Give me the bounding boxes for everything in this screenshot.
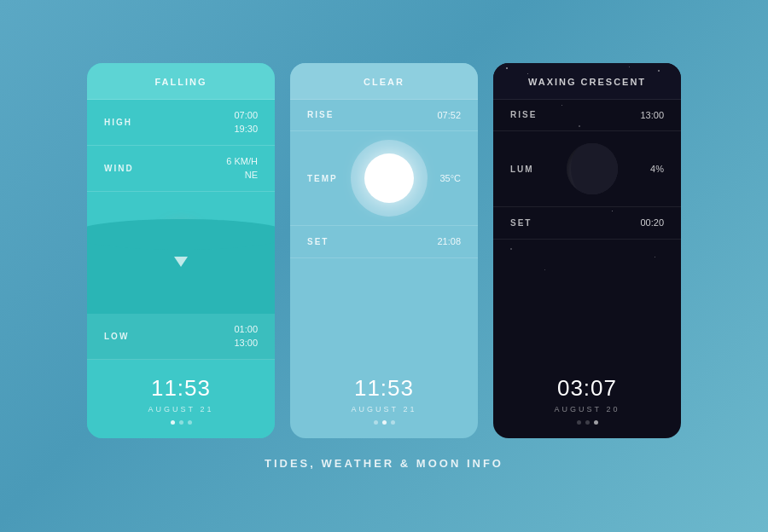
weather-temp-row: TEMP 35°C xyxy=(290,131,478,226)
tides-low-label: LOW xyxy=(104,332,129,341)
star xyxy=(510,248,512,250)
moon-lum-row: LUM 4% xyxy=(493,131,681,207)
weather-dot-1 xyxy=(374,420,378,425)
tides-dot-3 xyxy=(188,420,192,425)
tides-dots xyxy=(96,420,266,425)
weather-dot-2 xyxy=(382,420,387,425)
moon-header: WAXING CRESCENT xyxy=(493,63,681,100)
moon-shadow xyxy=(571,143,618,194)
star xyxy=(561,105,562,106)
weather-rise-label: RISE xyxy=(307,110,334,119)
tides-wind-values: 6 KM/H NE xyxy=(226,154,258,182)
weather-set-row: SET 21:08 xyxy=(290,226,478,258)
weather-temp-label: TEMP xyxy=(307,174,338,183)
moon-rise-row: RISE 13:00 xyxy=(493,100,681,132)
star xyxy=(655,257,655,257)
star xyxy=(527,73,528,74)
moon-footer: 03:07 AUGUST 20 xyxy=(493,360,681,438)
tides-low-values: 01:00 13:00 xyxy=(234,322,258,350)
moon-circle-container xyxy=(534,143,650,194)
moon-rise-label: RISE xyxy=(510,110,537,119)
moon-lum-label: LUM xyxy=(510,165,534,174)
moon-date: AUGUST 20 xyxy=(502,405,672,413)
weather-rise-values: 07:52 xyxy=(437,108,461,123)
weather-time: 11:53 xyxy=(299,375,469,402)
tides-dot-2 xyxy=(179,420,183,425)
tides-wave xyxy=(87,234,275,314)
moon-set-row: SET 00:20 xyxy=(493,207,681,240)
weather-spacer xyxy=(290,258,478,360)
tides-header: FALLING xyxy=(87,63,275,100)
tides-high-values: 07:00 19:30 xyxy=(234,108,258,136)
weather-dot-3 xyxy=(391,420,395,425)
weather-glow xyxy=(351,140,428,217)
page-title: TIDES, WEATHER & MOON INFO xyxy=(265,457,503,470)
weather-set-values: 21:08 xyxy=(437,234,461,249)
star xyxy=(612,211,613,211)
moon-card: WAXING CRESCENT RISE 13:00 LUM xyxy=(493,63,681,438)
weather-set-label: SET xyxy=(307,237,329,246)
weather-date: AUGUST 21 xyxy=(299,405,469,413)
moon-lum-values: 4% xyxy=(650,162,664,176)
moon-circle xyxy=(567,143,618,194)
weather-header: CLEAR xyxy=(290,63,478,100)
cards-container: FALLING HIGH 07:00 19:30 WIND 6 KM/H NE … xyxy=(87,63,681,438)
weather-footer: 11:53 AUGUST 21 xyxy=(290,360,478,438)
tides-time: 11:53 xyxy=(96,375,266,402)
weather-sun xyxy=(364,153,414,203)
tides-footer: 11:53 AUGUST 21 xyxy=(87,360,275,438)
tides-low-row: LOW 01:00 13:00 xyxy=(87,314,275,360)
moon-dots xyxy=(502,420,672,425)
weather-rise-row: RISE 07:52 xyxy=(290,100,478,132)
tides-card: FALLING HIGH 07:00 19:30 WIND 6 KM/H NE … xyxy=(87,63,275,438)
star xyxy=(658,70,660,72)
moon-time: 03:07 xyxy=(502,375,672,402)
tides-wind-label: WIND xyxy=(104,164,134,173)
tides-wind-row: WIND 6 KM/H NE xyxy=(87,146,275,192)
tides-visual xyxy=(87,192,275,314)
weather-temp-values: 35°C xyxy=(439,171,461,186)
tides-dot-1 xyxy=(171,420,175,425)
star xyxy=(629,66,630,67)
tides-high-label: HIGH xyxy=(104,118,132,127)
moon-set-values: 00:20 xyxy=(640,216,664,230)
star xyxy=(506,67,508,69)
weather-card: CLEAR RISE 07:52 TEMP 35°C SET 21:08 xyxy=(290,63,478,438)
moon-dot-2 xyxy=(585,420,590,425)
star xyxy=(579,125,580,127)
moon-dot-3 xyxy=(594,420,598,425)
moon-dot-1 xyxy=(577,420,581,425)
moon-set-label: SET xyxy=(510,218,532,228)
star xyxy=(544,269,545,270)
moon-rise-values: 13:00 xyxy=(640,108,664,123)
moon-spacer xyxy=(493,240,681,360)
weather-dots xyxy=(299,420,469,425)
tides-high-row: HIGH 07:00 19:30 xyxy=(87,100,275,146)
tides-arrow xyxy=(174,257,188,267)
tides-date: AUGUST 21 xyxy=(96,405,266,413)
